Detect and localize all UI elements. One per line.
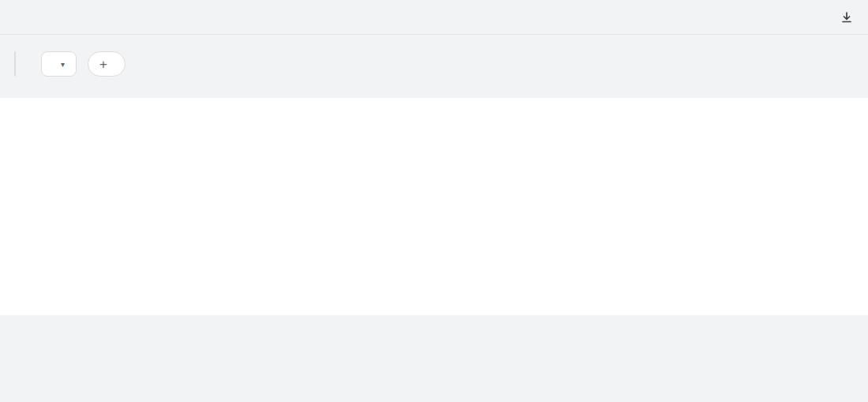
- filter-bar: ▾ +: [0, 51, 868, 77]
- page-header: [0, 0, 868, 35]
- performance-line-chart[interactable]: [0, 98, 868, 315]
- download-icon: [840, 11, 853, 24]
- chevron-down-icon: ▾: [61, 60, 65, 69]
- chart-panel: [0, 98, 868, 315]
- add-filter-button[interactable]: +: [88, 51, 125, 77]
- date-range-tabs: [14, 51, 16, 77]
- search-type-dropdown[interactable]: ▾: [41, 51, 77, 77]
- plus-icon: +: [99, 58, 107, 71]
- export-button[interactable]: [836, 10, 863, 24]
